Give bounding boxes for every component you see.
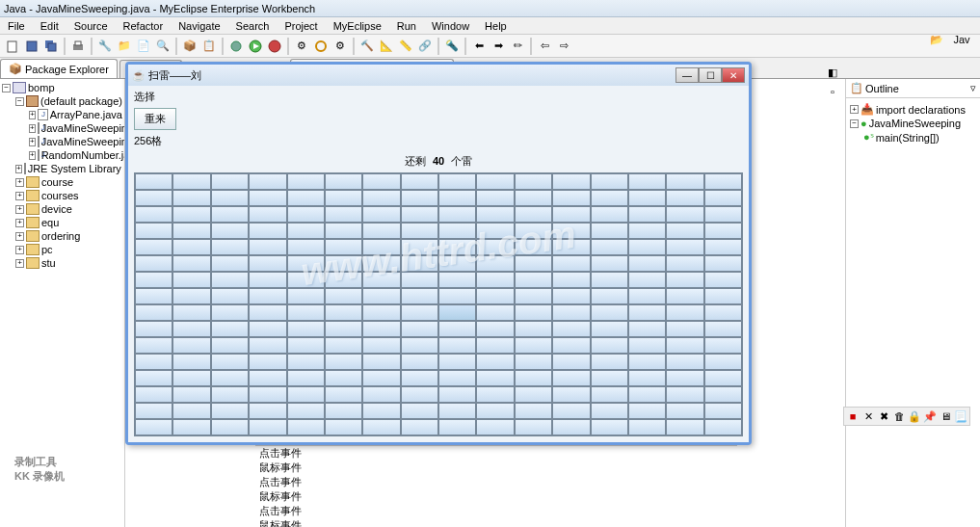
mine-cell[interactable] [591,321,628,337]
folder-node[interactable]: +stu [2,256,122,270]
mine-cell[interactable] [249,223,286,239]
mine-cell[interactable] [628,370,666,386]
mine-cell[interactable] [552,206,590,223]
expand-icon[interactable]: + [15,246,24,254]
expand-icon[interactable]: + [15,232,24,241]
mine-cell[interactable] [211,255,249,272]
mine-cell[interactable] [628,288,666,304]
mine-cell[interactable] [249,272,286,288]
mine-cell[interactable] [704,386,742,403]
mine-cell[interactable] [325,304,362,321]
search-icon[interactable]: 🔦 [443,38,461,55]
game-menu-select[interactable]: 选择 [130,88,747,106]
menu-myeclipse[interactable]: MyEclipse [326,20,389,32]
mine-cell[interactable] [591,173,628,190]
mine-cell[interactable] [172,173,210,190]
run-icon[interactable] [247,38,264,55]
mine-cell[interactable] [515,239,552,255]
mine-cell[interactable] [438,386,476,403]
mine-cell[interactable] [552,403,590,419]
mine-cell[interactable] [552,370,590,386]
mine-cell[interactable] [325,190,362,206]
mine-cell[interactable] [401,337,438,354]
mine-cell[interactable] [704,419,742,435]
mine-cell[interactable] [476,337,514,354]
folder-node[interactable]: +courses [2,189,122,202]
mine-cell[interactable] [591,223,628,239]
fwd-icon[interactable]: ⇨ [555,38,572,55]
mine-cell[interactable] [211,173,249,190]
file-node[interactable]: +JavaMineSweeping.java [2,121,122,135]
expand-icon[interactable]: + [29,111,36,119]
mine-cell[interactable] [287,173,325,190]
game-titlebar[interactable]: ☕ 扫雷——刘 — ☐ ✕ [128,65,749,86]
mine-cell[interactable] [438,321,476,337]
mine-cell[interactable] [401,223,438,239]
mine-cell[interactable] [591,288,628,304]
mine-cell[interactable] [249,403,286,419]
mine-cell[interactable] [591,304,628,321]
menu-window[interactable]: Window [424,20,477,32]
mine-cell[interactable] [135,386,172,403]
mine-cell[interactable] [362,288,400,304]
mine-cell[interactable] [362,190,400,206]
mine-cell[interactable] [172,321,210,337]
mine-cell[interactable] [172,370,210,386]
mine-cell[interactable] [438,370,476,386]
tool-f-icon[interactable]: 📋 [200,38,218,55]
mine-cell[interactable] [552,419,590,435]
mine-cell[interactable] [249,304,286,321]
mine-cell[interactable] [628,403,666,419]
mine-cell[interactable] [362,255,400,272]
debug-icon[interactable] [227,38,245,55]
mine-cell[interactable] [515,173,552,190]
mine-cell[interactable] [666,239,703,255]
mine-cell[interactable] [515,403,552,419]
mine-cell[interactable] [249,255,286,272]
mine-cell[interactable] [325,337,362,354]
file-node[interactable]: +RandomNumber.ja [2,148,122,162]
mine-cell[interactable] [628,223,666,239]
mine-cell[interactable] [552,272,590,288]
tool-a-icon[interactable]: 🔧 [96,38,114,55]
maximize-button[interactable]: ☐ [699,67,722,83]
mine-cell[interactable] [476,386,514,403]
mine-cell[interactable] [135,354,172,370]
mine-cell[interactable] [552,239,590,255]
mine-cell[interactable] [172,255,210,272]
mine-cell[interactable] [135,288,172,304]
mine-cell[interactable] [704,255,742,272]
mine-cell[interactable] [704,354,742,370]
mine-cell[interactable] [552,255,590,272]
pin-console-icon[interactable]: 📌 [923,409,937,423]
package-explorer-tab[interactable]: 📦 Package Explorer [0,59,118,78]
mine-cell[interactable] [476,272,514,288]
mine-cell[interactable] [438,288,476,304]
mine-cell[interactable] [249,354,286,370]
mine-cell[interactable] [476,190,514,206]
mine-cell[interactable] [515,272,552,288]
mine-cell[interactable] [552,321,590,337]
mine-cell[interactable] [287,386,325,403]
mine-cell[interactable] [401,354,438,370]
mine-cell[interactable] [591,419,628,435]
mine-cell[interactable] [362,304,400,321]
print-icon[interactable] [69,38,87,55]
mine-cell[interactable] [172,239,210,255]
mine-cell[interactable] [249,190,286,206]
mine-cell[interactable] [325,239,362,255]
folder-node[interactable]: +device [2,202,122,216]
mine-cell[interactable] [552,304,590,321]
mine-cell[interactable] [438,403,476,419]
open-perspective-icon[interactable]: 📂 [928,31,945,48]
gear2-icon[interactable]: ⚙ [331,38,349,55]
collapse-icon[interactable]: − [2,84,11,92]
mine-cell[interactable] [591,239,628,255]
tool-e-icon[interactable]: 📦 [181,38,199,55]
outline-class-node[interactable]: −●JavaMineSweeping [850,117,976,130]
mine-cell[interactable] [666,354,703,370]
outline-method-node[interactable]: ●ˢmain(String[]) [850,130,976,145]
mine-cell[interactable] [287,321,325,337]
mine-cell[interactable] [362,321,400,337]
mine-cell[interactable] [438,255,476,272]
